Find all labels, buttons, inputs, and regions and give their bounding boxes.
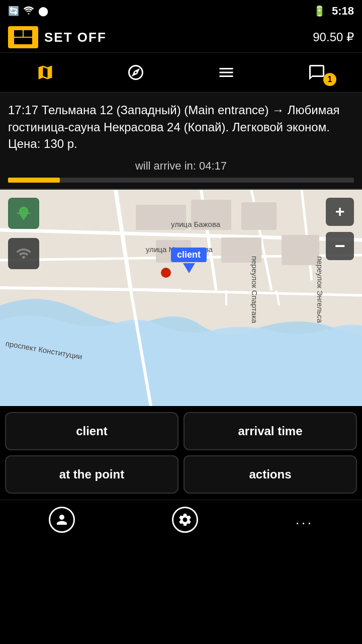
status-bar: 🔄 ⬤ 🔋 5:18	[0, 0, 362, 22]
more-icon: ...	[296, 512, 313, 528]
street-bazhova: улица Бажова	[171, 220, 220, 228]
svg-point-0	[28, 13, 30, 14]
zoom-out-icon: −	[334, 237, 345, 255]
svg-rect-2	[14, 30, 23, 37]
client-button[interactable]: client	[5, 412, 178, 450]
map-icon	[32, 59, 59, 86]
settings-icon	[172, 507, 198, 533]
taxi-logo	[8, 26, 38, 48]
app-title: SET OFF	[44, 30, 107, 45]
nav-compass[interactable]	[114, 57, 157, 88]
order-text: 17:17 Тельмана 12 (Западный) (Main entra…	[8, 102, 354, 152]
nav-messages[interactable]: 1	[295, 57, 338, 88]
app-status-icon: 🔄	[8, 6, 19, 17]
arrival-time-button[interactable]: arrival time	[184, 412, 357, 450]
svg-rect-3	[24, 30, 32, 37]
signal-dot-icon: ⬤	[38, 6, 48, 17]
status-right: 🔋 5:18	[313, 5, 354, 18]
zoom-in-button[interactable]: +	[326, 198, 354, 226]
status-icons: 🔄 ⬤	[8, 6, 48, 17]
header: SET OFF 90.50 ₽	[0, 22, 362, 53]
status-time: 5:18	[332, 5, 354, 17]
menu-icon	[213, 59, 240, 86]
progress-bar-container	[8, 178, 354, 183]
street-engelsa: переулок Энгельса	[316, 256, 324, 323]
client-arrow	[183, 263, 195, 273]
bottom-nav-person[interactable]	[39, 503, 85, 537]
svg-rect-16	[241, 202, 277, 230]
bottom-nav: ...	[0, 500, 362, 540]
info-panel: 17:17 Тельмана 12 (Западный) (Main entra…	[0, 93, 362, 190]
nav-map[interactable]	[24, 57, 67, 88]
bottom-nav-settings[interactable]	[162, 503, 208, 537]
street-spartaka: переулок Спартака	[250, 256, 259, 323]
actions-button[interactable]: actions	[184, 455, 357, 494]
message-badge: 1	[323, 73, 336, 86]
svg-rect-4	[14, 38, 32, 44]
map-container: улица Бажова улица Менделеева переулок С…	[0, 190, 362, 406]
at-the-point-button[interactable]: at the point	[5, 455, 178, 494]
battery-icon: 🔋	[313, 6, 326, 17]
compass-icon	[122, 59, 149, 86]
zoom-in-icon: +	[335, 202, 345, 221]
client-label: client	[171, 248, 207, 262]
progress-bar-fill	[8, 178, 60, 183]
action-buttons-grid: client arrival time at the point actions	[0, 406, 362, 500]
bottom-nav-more[interactable]: ...	[286, 508, 323, 532]
wifi-icon	[23, 6, 34, 17]
client-marker: client	[171, 248, 207, 273]
arrival-text: will arrive in: 04:17	[8, 159, 354, 173]
nav-bar: 1	[0, 53, 362, 93]
svg-rect-19	[282, 235, 319, 265]
location-button[interactable]	[8, 198, 39, 229]
person-icon	[49, 507, 75, 533]
zoom-out-button[interactable]: −	[326, 232, 354, 260]
header-left: SET OFF	[8, 26, 107, 48]
nav-menu[interactable]	[205, 57, 248, 88]
header-price: 90.50 ₽	[313, 30, 354, 44]
client-location-dot	[161, 268, 171, 278]
signal-button[interactable]	[8, 238, 39, 269]
